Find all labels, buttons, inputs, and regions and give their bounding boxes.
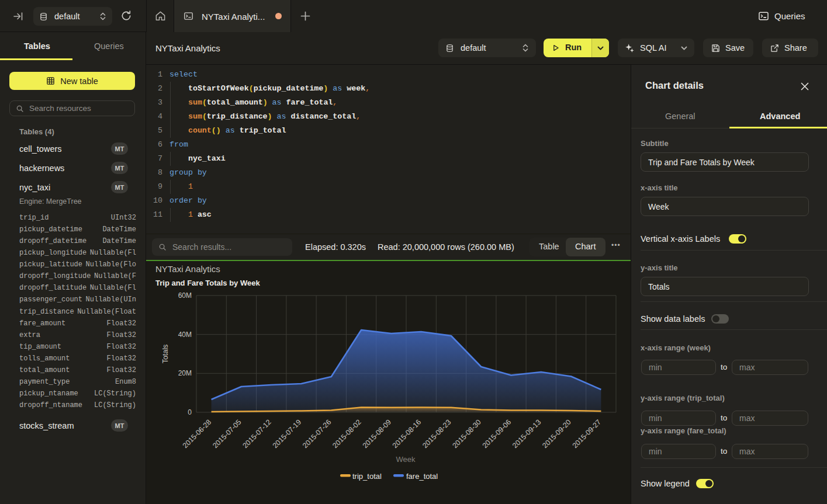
svg-text:40M: 40M <box>178 331 192 339</box>
svg-text:2015-08-02: 2015-08-02 <box>331 418 362 450</box>
svg-text:2015-07-05: 2015-07-05 <box>211 418 243 450</box>
svg-text:Trip and Fare Totals by Week: Trip and Fare Totals by Week <box>155 279 260 287</box>
svg-text:2015-07-26: 2015-07-26 <box>301 418 333 450</box>
svg-text:2015-09-13: 2015-09-13 <box>511 418 542 450</box>
svg-text:2015-09-27: 2015-09-27 <box>571 418 603 450</box>
svg-text:NYTaxi Analytics: NYTaxi Analytics <box>155 264 220 274</box>
svg-text:Totals: Totals <box>161 345 169 364</box>
svg-text:2015-08-23: 2015-08-23 <box>421 418 452 450</box>
svg-text:fare_total: fare_total <box>406 472 438 481</box>
svg-text:Week: Week <box>396 455 416 464</box>
svg-text:2015-06-28: 2015-06-28 <box>181 418 213 450</box>
svg-text:trip_total: trip_total <box>352 472 382 481</box>
svg-text:0: 0 <box>188 408 192 416</box>
svg-text:2015-07-19: 2015-07-19 <box>271 418 303 450</box>
svg-text:2015-08-16: 2015-08-16 <box>391 418 423 450</box>
svg-text:2015-09-20: 2015-09-20 <box>541 418 572 450</box>
svg-text:2015-09-06: 2015-09-06 <box>481 418 513 450</box>
svg-text:2015-08-09: 2015-08-09 <box>361 418 393 450</box>
svg-text:2015-07-12: 2015-07-12 <box>241 418 272 450</box>
svg-text:2015-08-30: 2015-08-30 <box>451 418 482 450</box>
svg-text:20M: 20M <box>178 369 192 377</box>
svg-text:60M: 60M <box>178 291 192 300</box>
